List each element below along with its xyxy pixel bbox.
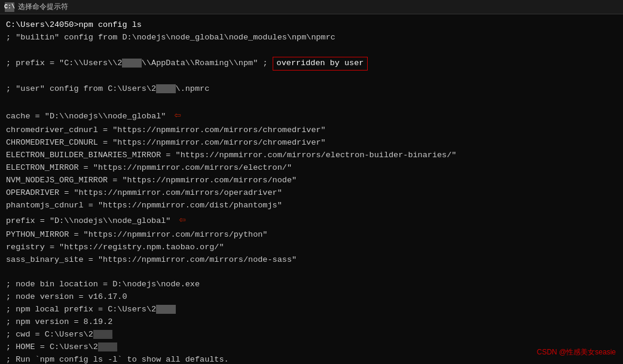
chromedriver-cdnurl: chromedriver_cdnurl = "https://npmmirror…	[6, 124, 617, 137]
home: ; HOME = C:\Users\2____	[6, 341, 617, 354]
builtin-comment: ; "builtin" config from D:\nodejs\node_g…	[6, 32, 617, 44]
npm-local-prefix: ; npm local prefix = C:\Users\2____	[6, 304, 617, 316]
npm-version: ; npm version = 8.19.2	[6, 316, 617, 329]
blank-4	[6, 266, 617, 279]
prompt-line: C:\Users\24050>npm config ls	[6, 19, 617, 32]
arrow-icon-2: ⇦	[179, 212, 186, 229]
cache-line: cache = "D:\\nodejs\\node_global" ⇦	[6, 108, 617, 124]
cwd: ; cwd = C:\Users\2____	[6, 329, 617, 341]
electron-mirror: ELECTRON_MIRROR = "https://npmmirror.com…	[6, 162, 617, 175]
arrow-icon-1: ⇦	[174, 108, 181, 124]
title-bar: C:\ 选择命令提示符	[0, 0, 623, 14]
nvm-mirror: NVM_NODEJS_ORG_MIRROR = "https://npmmirr…	[6, 175, 617, 187]
watermark: CSDN @性感美女seasie	[537, 347, 616, 358]
title-bar-label: 选择命令提示符	[18, 2, 68, 12]
blank-3	[6, 96, 617, 108]
prefix-comment-line: ; prefix = "C:\\Users\\2____\\AppData\\R…	[6, 57, 617, 71]
terminal-body: C:\Users\24050>npm config ls ; "builtin"…	[0, 14, 623, 364]
electron-builder: ELECTRON_BUILDER_BINARIES_MIRROR = "http…	[6, 149, 617, 162]
prefix-line: prefix = "D:\\nodejs\\node_global" ⇦	[6, 212, 617, 229]
terminal-icon: C:\	[5, 2, 14, 12]
user-comment: ; "user" config from C:\Users\2____\.npm…	[6, 83, 617, 96]
run-hint: ; Run `npm config ls -l` to show all def…	[6, 354, 617, 364]
blank-1	[6, 44, 617, 57]
overridden-badge: overridden by user	[273, 57, 368, 71]
registry: registry = "https://registry.npm.taobao.…	[6, 241, 617, 254]
operadriver: OPERADRIVER = "https://npmmirror.com/mir…	[6, 187, 617, 200]
node-version: ; node version = v16.17.0	[6, 291, 617, 304]
chromedriver-cdnurl-upper: CHROMEDRIVER_CDNURL = "https://npmmirror…	[6, 137, 617, 149]
node-bin-location: ; node bin location = D:\nodejs\node.exe	[6, 279, 617, 291]
blank-2	[6, 71, 617, 83]
python-mirror: PYTHON_MIRROR = "https://npmmirror.com/m…	[6, 229, 617, 241]
sass-binary: sass_binary_site = "https://npmmirror.co…	[6, 254, 617, 267]
phantomjs: phantomjs_cdnurl = "https://npmmirror.co…	[6, 200, 617, 212]
